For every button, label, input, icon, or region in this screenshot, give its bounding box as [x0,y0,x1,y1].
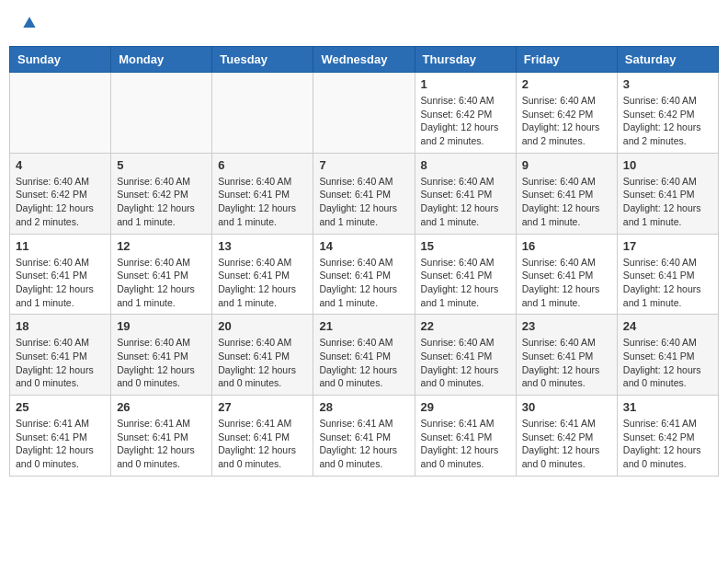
day-number: 1 [421,77,510,91]
calendar-cell [10,73,111,154]
day-number: 16 [522,239,611,253]
day-number: 22 [421,319,510,333]
calendar-cell [212,73,313,154]
day-info: Sunrise: 6:41 AMSunset: 6:42 PMDaylight:… [623,417,712,471]
calendar-cell: 14Sunrise: 6:40 AMSunset: 6:41 PMDayligh… [313,234,415,315]
calendar-cell [111,73,212,154]
day-number: 4 [16,158,105,172]
calendar-table: SundayMondayTuesdayWednesdayThursdayFrid… [9,46,719,477]
day-number: 14 [319,239,408,253]
day-info: Sunrise: 6:40 AMSunset: 6:41 PMDaylight:… [522,336,611,390]
day-number: 6 [218,158,307,172]
day-number: 27 [218,400,307,414]
day-header-monday: Monday [111,47,212,73]
day-number: 30 [522,400,611,414]
day-header-thursday: Thursday [415,47,516,73]
day-number: 13 [218,239,307,253]
day-number: 25 [16,400,105,414]
calendar-cell: 11Sunrise: 6:40 AMSunset: 6:41 PMDayligh… [10,234,111,315]
calendar-cell: 4Sunrise: 6:40 AMSunset: 6:42 PMDaylight… [10,153,111,234]
logo-icon [20,14,39,32]
calendar-cell: 10Sunrise: 6:40 AMSunset: 6:41 PMDayligh… [617,153,718,234]
calendar-cell [313,73,415,154]
day-info: Sunrise: 6:41 AMSunset: 6:41 PMDaylight:… [117,417,206,471]
day-number: 23 [522,319,611,333]
logo [18,14,39,32]
calendar-cell: 24Sunrise: 6:40 AMSunset: 6:41 PMDayligh… [617,315,718,396]
day-number: 28 [319,400,408,414]
day-info: Sunrise: 6:40 AMSunset: 6:41 PMDaylight:… [319,175,408,229]
calendar-cell: 1Sunrise: 6:40 AMSunset: 6:42 PMDaylight… [415,73,516,154]
day-info: Sunrise: 6:40 AMSunset: 6:41 PMDaylight:… [218,256,307,310]
calendar-cell: 18Sunrise: 6:40 AMSunset: 6:41 PMDayligh… [10,315,111,396]
day-header-saturday: Saturday [617,47,718,73]
day-number: 10 [623,158,712,172]
day-header-tuesday: Tuesday [212,47,313,73]
calendar-cell: 8Sunrise: 6:40 AMSunset: 6:41 PMDaylight… [415,153,516,234]
calendar-cell: 17Sunrise: 6:40 AMSunset: 6:41 PMDayligh… [617,234,718,315]
calendar-cell: 22Sunrise: 6:40 AMSunset: 6:41 PMDayligh… [415,315,516,396]
calendar-cell: 15Sunrise: 6:40 AMSunset: 6:41 PMDayligh… [415,234,516,315]
calendar-cell: 29Sunrise: 6:41 AMSunset: 6:41 PMDayligh… [415,396,516,477]
day-number: 19 [117,319,206,333]
day-number: 31 [623,400,712,414]
calendar-cell: 12Sunrise: 6:40 AMSunset: 6:41 PMDayligh… [111,234,212,315]
day-info: Sunrise: 6:40 AMSunset: 6:42 PMDaylight:… [623,94,712,148]
day-info: Sunrise: 6:40 AMSunset: 6:41 PMDaylight:… [218,175,307,229]
day-info: Sunrise: 6:41 AMSunset: 6:41 PMDaylight:… [421,417,510,471]
calendar-cell: 26Sunrise: 6:41 AMSunset: 6:41 PMDayligh… [111,396,212,477]
calendar-cell: 21Sunrise: 6:40 AMSunset: 6:41 PMDayligh… [313,315,415,396]
day-number: 18 [16,319,105,333]
day-info: Sunrise: 6:40 AMSunset: 6:41 PMDaylight:… [522,256,611,310]
calendar-cell: 16Sunrise: 6:40 AMSunset: 6:41 PMDayligh… [516,234,617,315]
day-info: Sunrise: 6:40 AMSunset: 6:41 PMDaylight:… [421,175,510,229]
day-info: Sunrise: 6:40 AMSunset: 6:41 PMDaylight:… [421,256,510,310]
day-header-sunday: Sunday [10,47,111,73]
day-number: 15 [421,239,510,253]
day-info: Sunrise: 6:41 AMSunset: 6:42 PMDaylight:… [522,417,611,471]
day-info: Sunrise: 6:40 AMSunset: 6:41 PMDaylight:… [218,336,307,390]
day-number: 12 [117,239,206,253]
calendar-cell: 27Sunrise: 6:41 AMSunset: 6:41 PMDayligh… [212,396,313,477]
svg-marker-0 [23,17,35,28]
day-number: 17 [623,239,712,253]
calendar-cell: 31Sunrise: 6:41 AMSunset: 6:42 PMDayligh… [617,396,718,477]
day-number: 2 [522,77,611,91]
day-number: 11 [16,239,105,253]
day-number: 20 [218,319,307,333]
day-number: 9 [522,158,611,172]
day-info: Sunrise: 6:40 AMSunset: 6:41 PMDaylight:… [623,336,712,390]
day-header-friday: Friday [516,47,617,73]
day-header-wednesday: Wednesday [313,47,415,73]
day-info: Sunrise: 6:40 AMSunset: 6:41 PMDaylight:… [319,336,408,390]
calendar-cell: 9Sunrise: 6:40 AMSunset: 6:41 PMDaylight… [516,153,617,234]
day-info: Sunrise: 6:40 AMSunset: 6:41 PMDaylight:… [623,256,712,310]
calendar-cell: 30Sunrise: 6:41 AMSunset: 6:42 PMDayligh… [516,396,617,477]
calendar-cell: 28Sunrise: 6:41 AMSunset: 6:41 PMDayligh… [313,396,415,477]
day-info: Sunrise: 6:40 AMSunset: 6:41 PMDaylight:… [16,336,105,390]
calendar-cell: 20Sunrise: 6:40 AMSunset: 6:41 PMDayligh… [212,315,313,396]
day-info: Sunrise: 6:40 AMSunset: 6:41 PMDaylight:… [421,336,510,390]
page-header [9,9,719,37]
day-number: 7 [319,158,408,172]
day-info: Sunrise: 6:40 AMSunset: 6:41 PMDaylight:… [16,256,105,310]
day-info: Sunrise: 6:40 AMSunset: 6:42 PMDaylight:… [16,175,105,229]
calendar-cell: 2Sunrise: 6:40 AMSunset: 6:42 PMDaylight… [516,73,617,154]
day-number: 3 [623,77,712,91]
day-info: Sunrise: 6:41 AMSunset: 6:41 PMDaylight:… [319,417,408,471]
calendar-cell: 19Sunrise: 6:40 AMSunset: 6:41 PMDayligh… [111,315,212,396]
day-info: Sunrise: 6:40 AMSunset: 6:42 PMDaylight:… [522,94,611,148]
day-info: Sunrise: 6:40 AMSunset: 6:42 PMDaylight:… [117,175,206,229]
day-number: 24 [623,319,712,333]
day-info: Sunrise: 6:40 AMSunset: 6:41 PMDaylight:… [522,175,611,229]
day-info: Sunrise: 6:41 AMSunset: 6:41 PMDaylight:… [218,417,307,471]
day-number: 8 [421,158,510,172]
calendar-cell: 25Sunrise: 6:41 AMSunset: 6:41 PMDayligh… [10,396,111,477]
day-number: 21 [319,319,408,333]
day-info: Sunrise: 6:40 AMSunset: 6:41 PMDaylight:… [117,336,206,390]
calendar-cell: 3Sunrise: 6:40 AMSunset: 6:42 PMDaylight… [617,73,718,154]
day-info: Sunrise: 6:40 AMSunset: 6:41 PMDaylight:… [117,256,206,310]
calendar-cell: 7Sunrise: 6:40 AMSunset: 6:41 PMDaylight… [313,153,415,234]
day-info: Sunrise: 6:40 AMSunset: 6:41 PMDaylight:… [623,175,712,229]
day-info: Sunrise: 6:40 AMSunset: 6:41 PMDaylight:… [319,256,408,310]
